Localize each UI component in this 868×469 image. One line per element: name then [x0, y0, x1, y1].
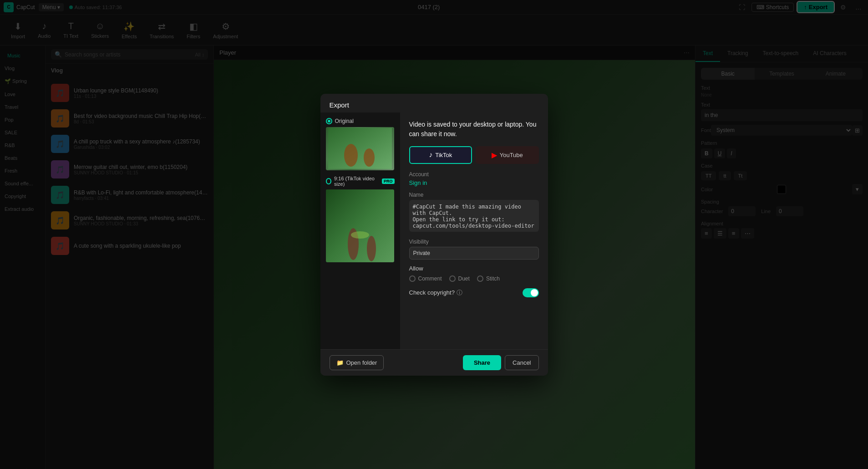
export-preview-panel: Original: [320, 112, 400, 349]
original-thumbnail: [326, 127, 394, 170]
folder-icon: 📁: [336, 359, 344, 366]
name-label: Name: [409, 192, 539, 198]
export-modal: Export Original: [320, 94, 548, 376]
stitch-toggle[interactable]: [477, 275, 483, 282]
tiktok-platform-button[interactable]: ♪ TikTok: [409, 146, 472, 164]
preview-option-original: Original: [326, 118, 395, 170]
toggle-stitch: Stitch: [477, 275, 500, 282]
youtube-icon: ▶: [492, 151, 497, 159]
svg-rect-5: [326, 189, 394, 262]
share-button[interactable]: Share: [463, 355, 501, 370]
copyright-row: Check copyright? ⓘ: [409, 288, 539, 297]
footer-right: Share Cancel: [463, 355, 539, 370]
export-modal-footer: 📁 Open folder Share Cancel: [320, 349, 548, 376]
svg-rect-0: [328, 128, 392, 169]
preview-tiktok-label: 9:16 (TikTok video size) PRO: [326, 176, 395, 187]
preview-option-tiktok: 9:16 (TikTok video size) PRO: [326, 176, 395, 262]
sign-in-link[interactable]: Sign in: [409, 179, 539, 186]
copyright-label: Check copyright? ⓘ: [409, 289, 462, 297]
tiktok-thumb-inner: [326, 189, 394, 262]
save-notice: Video is saved to your desktop or laptop…: [409, 120, 539, 139]
svg-point-7: [367, 236, 376, 261]
open-folder-button[interactable]: 📁 Open folder: [330, 355, 384, 370]
preview-original-label: Original: [326, 118, 395, 124]
tiktok-thumbnail: [326, 189, 394, 262]
copyright-toggle[interactable]: [523, 288, 539, 297]
export-settings-panel: Video is saved to your desktop or laptop…: [400, 112, 548, 349]
toggle-comment: Comment: [409, 275, 442, 282]
allow-toggles: Comment Duet Stitch: [409, 275, 539, 282]
allow-label: Allow: [409, 265, 539, 272]
name-textarea[interactable]: #CapCut I made this amazing video with C…: [409, 200, 539, 232]
visibility-label: Visibility: [409, 239, 539, 245]
toggle-duet: Duet: [449, 275, 470, 282]
allow-section: Allow Comment Duet Stitch: [409, 265, 539, 282]
toggle-knob: [531, 289, 538, 296]
original-preview-image: [328, 128, 392, 169]
pro-badge: PRO: [382, 178, 395, 184]
comment-toggle[interactable]: [409, 275, 416, 282]
export-modal-title: Export: [320, 94, 548, 112]
info-icon[interactable]: ⓘ: [457, 289, 462, 297]
tiktok-preview-image: [326, 189, 394, 262]
cancel-button[interactable]: Cancel: [505, 355, 538, 370]
account-label: Account: [409, 171, 539, 178]
visibility-select[interactable]: Private Public Friends: [409, 247, 539, 260]
modal-overlay: Export Original: [0, 0, 868, 469]
svg-point-10: [351, 231, 369, 239]
duet-toggle[interactable]: [449, 275, 456, 282]
svg-point-2: [364, 148, 375, 167]
youtube-platform-button[interactable]: ▶ YouTube: [476, 146, 539, 164]
tiktok-icon: ♪: [429, 151, 432, 159]
export-modal-body: Original: [320, 112, 548, 349]
tiktok-radio[interactable]: [326, 178, 332, 184]
original-thumb-inner: [326, 127, 394, 170]
platform-buttons: ♪ TikTok ▶ YouTube: [409, 146, 539, 164]
svg-point-1: [344, 144, 358, 167]
original-radio[interactable]: [326, 118, 332, 124]
